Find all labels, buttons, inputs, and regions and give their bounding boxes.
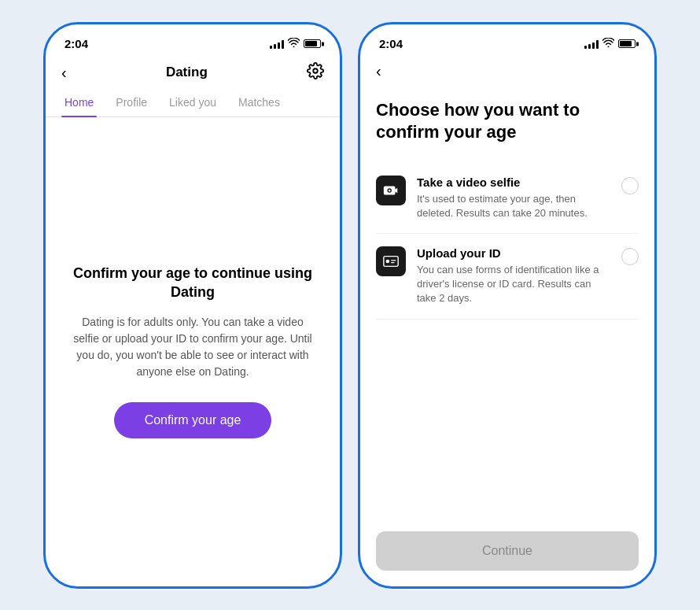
svg-rect-3 [391, 260, 396, 261]
phone-2: 2:04 [358, 22, 657, 589]
video-selfie-text: Take a video selfie It's used to estimat… [417, 176, 610, 220]
tab-liked-you[interactable]: Liked you [166, 90, 219, 116]
wifi-icon-2 [602, 38, 614, 50]
radio-video-selfie[interactable] [621, 177, 639, 194]
svg-point-2 [386, 260, 390, 264]
status-icons-2 [584, 38, 636, 50]
wifi-icon-1 [288, 38, 300, 50]
continue-button[interactable]: Continue [376, 531, 639, 571]
battery-icon-1 [304, 39, 321, 48]
upload-id-title: Upload your ID [417, 246, 610, 260]
option-upload-id[interactable]: Upload your ID You can use forms of iden… [376, 234, 639, 320]
confirm-age-button[interactable]: Confirm your age [114, 402, 271, 438]
svg-rect-4 [391, 262, 395, 263]
back-button-2[interactable]: ‹ [376, 62, 381, 80]
option-video-selfie[interactable]: Take a video selfie It's used to estimat… [376, 163, 639, 234]
dating-header: ‹ Dating [46, 59, 340, 90]
phone-1: 2:04 [43, 22, 342, 589]
phone2-header: ‹ [360, 59, 654, 87]
tab-matches[interactable]: Matches [235, 90, 283, 116]
status-bar-2: 2:04 [360, 24, 654, 59]
signal-icon-1 [270, 39, 284, 49]
battery-icon-2 [618, 39, 636, 48]
status-icons-1 [270, 38, 321, 50]
tabs-bar: Home Profile Liked you Matches [46, 90, 340, 117]
choose-method-title: Choose how you want to confirm your age [376, 99, 639, 144]
tab-profile[interactable]: Profile [112, 90, 150, 116]
svg-point-0 [313, 68, 318, 73]
video-selfie-title: Take a video selfie [417, 176, 610, 189]
back-button-1[interactable]: ‹ [61, 64, 67, 82]
page-title-1: Dating [166, 65, 208, 80]
phone1-main-content: Confirm your age to continue using Datin… [46, 117, 340, 586]
tab-home[interactable]: Home [61, 90, 97, 116]
status-bar-1: 2:04 [46, 24, 340, 59]
settings-button[interactable] [307, 62, 324, 83]
age-confirm-description: Dating is for adults only. You can take … [69, 314, 316, 380]
upload-id-desc: You can use forms of identification like… [417, 263, 610, 306]
video-selfie-icon [376, 176, 406, 205]
upload-id-icon [376, 246, 406, 276]
phone2-main-content: Choose how you want to confirm your age … [360, 87, 654, 586]
status-time-1: 2:04 [64, 37, 88, 50]
radio-upload-id[interactable] [621, 248, 639, 265]
age-confirm-title: Confirm your age to continue using Datin… [69, 264, 316, 301]
status-time-2: 2:04 [379, 37, 403, 50]
signal-icon-2 [584, 39, 599, 49]
video-selfie-desc: It's used to estimate your age, then del… [417, 192, 610, 220]
phones-container: 2:04 [43, 22, 657, 589]
upload-id-text: Upload your ID You can use forms of iden… [417, 246, 610, 306]
